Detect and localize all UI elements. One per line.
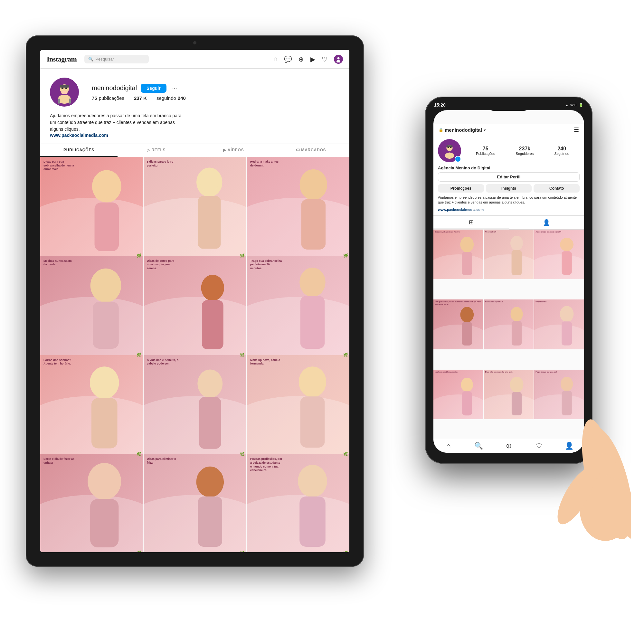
phone-display-name: Agência Menino do Digital bbox=[438, 166, 580, 170]
post-cell[interactable]: Poucas profissões, por a beleza de estud… bbox=[247, 454, 349, 552]
post-cell[interactable]: Retirar a make antes de dormir. 🌿 bbox=[247, 157, 349, 259]
post-cell[interactable]: Dicas de cores para uma maquiagem serena… bbox=[144, 256, 246, 358]
svg-rect-57 bbox=[462, 391, 472, 415]
post-cell[interactable]: Sexta é dia de fazer as unhas! 🌿 bbox=[40, 454, 143, 552]
tab-marcados[interactable]: 🏷 MARCADOS bbox=[272, 144, 349, 157]
cell-text-5: Trago sua sobrancelha perfeita em 30 min… bbox=[250, 259, 282, 270]
phone-post-cell[interactable]: Já conhece o nosso npack? bbox=[534, 230, 584, 279]
cell-text-8: Make up nova, cabelo formanda. bbox=[250, 358, 282, 366]
follow-button[interactable]: Seguir bbox=[141, 84, 166, 93]
cell-text-2: Retirar a make antes de dormir. bbox=[250, 160, 282, 167]
phone: 15:20 ▲ WiFi 🔋 🔒 meninododigital ∨ bbox=[425, 97, 612, 541]
tab-videos[interactable]: ▶ VÍDEOS bbox=[195, 144, 272, 157]
leaf-icon-8: 🌿 bbox=[343, 452, 348, 456]
tab-reels-label: REELS bbox=[151, 148, 166, 152]
insights-button[interactable]: Insights bbox=[486, 184, 532, 193]
phone-cell-text-1: Você sabia? bbox=[485, 231, 497, 233]
contact-button[interactable]: Contato bbox=[534, 184, 580, 193]
following-label: seguindo bbox=[156, 95, 176, 101]
status-time: 15:20 bbox=[434, 102, 446, 108]
post-cell[interactable]: Mechas nunca saem da moda. 🌿 bbox=[40, 256, 143, 358]
svg-point-20 bbox=[90, 268, 121, 302]
phone-post-cell[interactable]: Por que deixar pra se cuidar na sexta de… bbox=[433, 299, 483, 349]
nav-home[interactable]: ⌂ bbox=[433, 442, 464, 450]
tablet: Instagram 🔍 Pesquisar ⌂ 💬 ⊕ ▶ ♡ bbox=[26, 35, 364, 567]
tab-marcados-icon: 🏷 bbox=[296, 148, 300, 152]
reels-icon[interactable]: ▶ bbox=[310, 55, 315, 63]
profile-link[interactable]: www.packsocialmedia.com bbox=[50, 133, 340, 138]
edit-profile-button[interactable]: Editar Perfil bbox=[438, 172, 580, 182]
svg-rect-27 bbox=[91, 398, 117, 449]
post-cell[interactable]: 5 dicas para o loiro perfeito. 🌿 bbox=[144, 157, 246, 259]
svg-rect-49 bbox=[562, 251, 572, 275]
search-placeholder: Pesquisar bbox=[95, 57, 114, 62]
svg-rect-47 bbox=[512, 250, 522, 275]
tablet-camera bbox=[193, 41, 196, 44]
more-options-button[interactable]: ··· bbox=[170, 83, 179, 93]
post-cell[interactable]: Trago sua sobrancelha perfeita em 30 min… bbox=[247, 256, 349, 358]
post-cell[interactable]: Make up nova, cabelo formanda. 🌿 bbox=[247, 355, 349, 458]
phone-tab-grid[interactable]: ⊞ bbox=[433, 216, 509, 229]
phone-stat-following: 240 Seguindo bbox=[554, 146, 569, 156]
tab-publicacoes[interactable]: PUBLICAÇÕES bbox=[40, 144, 118, 157]
followers-count: 237 K bbox=[134, 95, 147, 101]
hand-graphic bbox=[486, 316, 631, 541]
svg-rect-21 bbox=[93, 302, 119, 349]
post-cell[interactable]: Loiros dos sonhos? Agente tem horário. 🌿 bbox=[40, 355, 143, 458]
add-story-button[interactable]: + bbox=[455, 156, 461, 162]
messages-icon[interactable]: 💬 bbox=[284, 55, 292, 63]
phone-avatar: + bbox=[438, 139, 461, 162]
leaf-icon-1: 🌿 bbox=[240, 253, 245, 258]
post-cell[interactable]: Dicas para sua sobrancelha de henna dura… bbox=[40, 157, 143, 259]
svg-rect-16 bbox=[198, 196, 221, 249]
svg-rect-33 bbox=[90, 499, 118, 547]
svg-point-28 bbox=[198, 369, 223, 398]
leaf-icon-0: 🌿 bbox=[137, 253, 141, 258]
instagram-header: Instagram 🔍 Pesquisar ⌂ 💬 ⊕ ▶ ♡ bbox=[40, 50, 349, 69]
svg-point-44 bbox=[460, 237, 474, 252]
posts-count: 75 bbox=[92, 95, 97, 101]
phone-ig-header: 🔒 meninododigital ∨ ☰ bbox=[433, 124, 584, 136]
username-row: meninododigital Seguir ··· bbox=[92, 83, 186, 93]
profile-icon[interactable] bbox=[334, 55, 343, 64]
svg-rect-43 bbox=[446, 145, 453, 147]
svg-point-48 bbox=[560, 238, 573, 251]
phone-post-cell[interactable]: Você sabia? bbox=[484, 230, 534, 279]
hamburger-menu-icon[interactable]: ☰ bbox=[574, 126, 579, 133]
phone-content-tabs: ⊞ 👤 bbox=[433, 215, 584, 230]
svg-rect-11 bbox=[69, 99, 71, 104]
svg-point-26 bbox=[90, 367, 119, 399]
stats-row: 75 publicações 237 K seguindo 240 bbox=[92, 95, 186, 101]
svg-rect-45 bbox=[462, 252, 472, 275]
posts-grid: Dicas para sua sobrancelha de henna dura… bbox=[40, 157, 349, 552]
promo-button[interactable]: Promoções bbox=[438, 184, 484, 193]
phone-tab-tagged[interactable]: 👤 bbox=[509, 216, 584, 229]
avatar-svg bbox=[52, 79, 77, 105]
svg-point-41 bbox=[448, 147, 449, 148]
leaf-icon-11: 🌿 bbox=[343, 551, 348, 552]
signal-icon: ▲ bbox=[565, 103, 569, 107]
svg-point-14 bbox=[95, 172, 118, 198]
tab-reels[interactable]: ▷ REELS bbox=[118, 144, 195, 157]
profile-info: meninododigital Seguir ··· 75 publicaçõe… bbox=[92, 83, 186, 101]
phone-posts-count: 75 bbox=[483, 146, 488, 152]
phone-post-cell[interactable]: Secador, chapinha e foleiro bbox=[433, 230, 483, 279]
bio-text: Ajudamos empreendedores a passar de uma … bbox=[50, 112, 185, 133]
phone-username: meninododigital bbox=[445, 127, 482, 133]
phone-cell-text-3: Por que deixar pra se cuidar na sexta de… bbox=[435, 301, 483, 306]
home-icon[interactable]: ⌂ bbox=[274, 55, 278, 63]
search-bar[interactable]: 🔍 Pesquisar bbox=[84, 55, 149, 63]
add-icon[interactable]: ⊕ bbox=[298, 55, 304, 63]
grid-icon: ⊞ bbox=[469, 219, 474, 226]
svg-rect-25 bbox=[300, 296, 325, 349]
person-icon: 👤 bbox=[543, 219, 550, 226]
leaf-icon-2: 🌿 bbox=[343, 253, 348, 258]
svg-point-30 bbox=[299, 367, 327, 398]
heart-icon[interactable]: ♡ bbox=[322, 55, 327, 63]
phone-profile-link[interactable]: www.packsocialmedia.com bbox=[438, 208, 484, 212]
post-cell[interactable]: Dicas para eliminar o frizz. 🌿 bbox=[144, 454, 246, 552]
post-cell[interactable]: A vida não é perfeita, o cabelo pode ser… bbox=[144, 355, 246, 458]
cell-text-4: Dicas de cores para uma maquiagem serena… bbox=[147, 259, 179, 270]
phone-posts-label: Publicações bbox=[476, 152, 495, 156]
phone-post-cell[interactable]: Nenhum problema resiste bbox=[433, 370, 483, 420]
